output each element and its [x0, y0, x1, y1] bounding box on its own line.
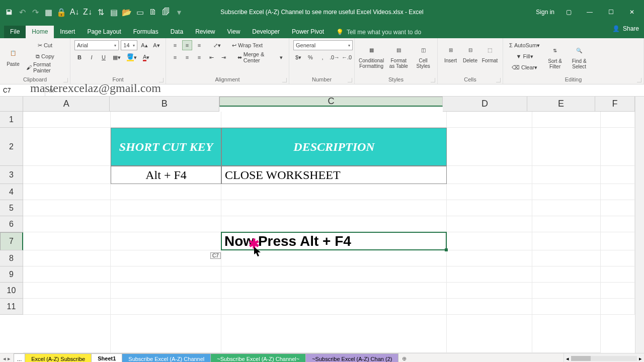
fill-button[interactable]: ▼ Fill▾: [507, 51, 542, 61]
tell-me-search[interactable]: 💡 Tell me what you want to do: [330, 26, 427, 38]
format-as-table-button[interactable]: ▤Format as Table: [386, 40, 411, 71]
font-color-button[interactable]: A▾: [141, 52, 151, 62]
hscroll-track[interactable]: [571, 356, 637, 361]
quick-print-icon[interactable]: 🗐: [161, 7, 171, 17]
scroll-right-icon[interactable]: ▸: [639, 355, 642, 362]
tab-data[interactable]: Data: [165, 26, 189, 38]
qat-customize-icon[interactable]: ▾: [174, 7, 184, 17]
increase-font-button[interactable]: A▴: [139, 40, 149, 50]
sheet-tab-5[interactable]: ~Subscribe Excel (A-Z) Chan (2): [305, 353, 398, 362]
row-header-1[interactable]: 1: [0, 112, 23, 128]
format-painter-button[interactable]: 🖌 Format Painter: [24, 62, 66, 72]
row-4-area[interactable]: [23, 184, 635, 200]
scroll-left-icon[interactable]: ◂: [566, 355, 569, 362]
signin-link[interactable]: Sign in: [536, 9, 554, 16]
increase-decimal-button[interactable]: .0→: [330, 52, 340, 62]
new-icon[interactable]: ▭: [135, 7, 145, 17]
italic-button[interactable]: I: [87, 52, 97, 62]
row-header-8[interactable]: 8: [0, 250, 23, 266]
conditional-formatting-button[interactable]: ▦Conditional Formatting: [359, 40, 384, 71]
sheet-tab-4[interactable]: ~Subscribe Excel (A-Z) Channel~: [210, 353, 306, 362]
clear-button[interactable]: ⌫ Clear▾: [507, 62, 542, 72]
row-8-area[interactable]: [23, 250, 635, 266]
open-icon[interactable]: 📂: [122, 7, 132, 17]
cell-B2[interactable]: SHORT CUT KEY: [111, 128, 221, 166]
row-10-area[interactable]: [23, 283, 635, 299]
row-header-6[interactable]: 6: [0, 216, 23, 232]
sort-desc-icon[interactable]: Z↓: [83, 7, 93, 17]
formula-input[interactable]: fx: [45, 87, 644, 94]
align-bottom-button[interactable]: ≡: [194, 40, 204, 50]
align-left-button[interactable]: ≡: [170, 52, 180, 62]
hscroll-thumb[interactable]: [571, 356, 591, 361]
lock-icon[interactable]: 🔒: [56, 7, 66, 17]
cell-B3[interactable]: Alt + F4: [111, 166, 221, 184]
align-right-button[interactable]: ≡: [194, 52, 204, 62]
custom-sort-icon[interactable]: ⇅: [96, 7, 106, 17]
row-header-2[interactable]: 2: [0, 128, 23, 166]
add-sheet-button[interactable]: ⊕: [398, 353, 410, 362]
row-header-11[interactable]: 11: [0, 299, 23, 315]
format-cells-button[interactable]: ⬚Format: [481, 40, 499, 66]
decrease-decimal-button[interactable]: ←.0: [342, 52, 352, 62]
autosum-button[interactable]: Σ AutoSum▾: [507, 40, 542, 50]
vertical-scrollbar[interactable]: [635, 97, 644, 353]
minimize-icon[interactable]: —: [583, 5, 597, 19]
delete-cells-button[interactable]: ⊟Delete: [461, 40, 479, 66]
sheet-tab-overflow[interactable]: ...: [14, 353, 25, 362]
align-top-button[interactable]: ≡: [170, 40, 180, 50]
ribbon-display-icon[interactable]: ▢: [561, 5, 576, 19]
font-size-select[interactable]: 14▾: [121, 40, 137, 50]
col-header-C[interactable]: C: [219, 97, 443, 107]
row-11-area[interactable]: [23, 299, 635, 315]
col-header-A[interactable]: A: [23, 97, 110, 112]
align-middle-button[interactable]: ≡: [182, 40, 192, 50]
cut-button[interactable]: ✂ Cut: [24, 40, 66, 50]
row-header-9[interactable]: 9: [0, 266, 23, 283]
col-header-F[interactable]: F: [595, 97, 635, 112]
tab-view[interactable]: View: [221, 26, 247, 38]
sheet-tab-3[interactable]: Subscribe Excel (A-Z) Channel: [122, 353, 211, 362]
new-sheet-icon[interactable]: 🗎: [148, 7, 158, 17]
sheet-tab-1[interactable]: Excel (A-Z) Subscribe: [25, 353, 92, 362]
col-header-D[interactable]: D: [443, 97, 527, 112]
align-center-button[interactable]: ≡: [182, 52, 192, 62]
select-all-corner[interactable]: [0, 97, 23, 112]
comma-button[interactable]: ,: [317, 52, 328, 62]
col-header-B[interactable]: B: [110, 97, 219, 112]
horizontal-scrollbar[interactable]: ◂ ▸: [564, 353, 644, 362]
sheet-tab-2[interactable]: Sheet1: [91, 353, 122, 362]
cells-area[interactable]: SHORT CUT KEY DESCRIPTION Alt + F4 CLOSE…: [23, 112, 635, 353]
currency-button[interactable]: $▾: [293, 52, 303, 62]
col-header-E[interactable]: E: [527, 97, 595, 112]
tab-home[interactable]: Home: [26, 26, 54, 38]
tab-developer[interactable]: Developer: [246, 26, 286, 38]
tab-file[interactable]: File: [4, 26, 26, 38]
spreadsheet-grid[interactable]: A B C D E F 1 2 3 4 5 6 7 8 9 10 11: [0, 97, 644, 353]
copy-button[interactable]: ⧉ Copy: [24, 51, 66, 61]
redo-icon[interactable]: ↷: [30, 7, 40, 17]
row-5-area[interactable]: [23, 200, 635, 216]
maximize-icon[interactable]: ☐: [604, 5, 618, 19]
underline-button[interactable]: U: [99, 52, 109, 62]
number-format-select[interactable]: General▾: [293, 40, 353, 50]
row-9-area[interactable]: [23, 266, 635, 283]
row-header-4[interactable]: 4: [0, 184, 23, 200]
tab-power-pivot[interactable]: Power Pivot: [286, 26, 330, 38]
decrease-font-button[interactable]: A▾: [151, 40, 162, 50]
cell-C2[interactable]: DESCRIPTION: [221, 128, 447, 166]
sort-asc-icon[interactable]: A↓: [69, 7, 79, 17]
tab-review[interactable]: Review: [189, 26, 221, 38]
bold-button[interactable]: B: [74, 52, 85, 62]
row-header-5[interactable]: 5: [0, 200, 23, 216]
wrap-text-button[interactable]: ↩ Wrap Text: [230, 40, 265, 50]
row-6-area[interactable]: [23, 216, 635, 232]
cell-styles-button[interactable]: ◫Cell Styles: [413, 40, 433, 71]
orientation-button[interactable]: ⤢▾: [211, 40, 223, 50]
close-icon[interactable]: ✕: [625, 5, 639, 19]
row-header-3[interactable]: 3: [0, 166, 23, 184]
insert-cells-button[interactable]: ⊞Insert: [442, 40, 459, 66]
decrease-indent-button[interactable]: ⇤: [206, 52, 216, 62]
find-select-button[interactable]: 🔍Find & Select: [568, 41, 590, 72]
row-1-area[interactable]: [23, 112, 635, 128]
